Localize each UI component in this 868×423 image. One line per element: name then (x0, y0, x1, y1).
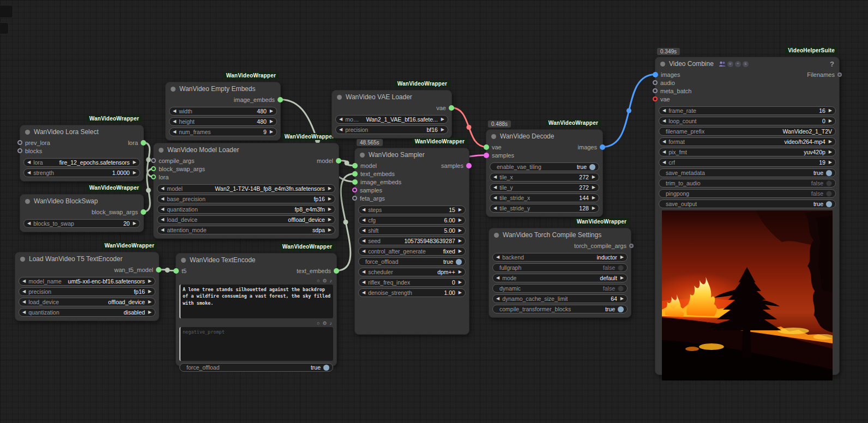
toggle-trim_to_audio[interactable]: trim_to_audiofalse (659, 179, 836, 188)
port-dot[interactable] (173, 268, 179, 274)
node-blockswap[interactable]: WanVideoWrapperWanVideo BlockSwapblock_s… (20, 194, 144, 232)
decrement-arrow[interactable]: ◀ (22, 310, 26, 315)
toggle-save_output[interactable]: save_outputtrue (659, 200, 836, 208)
help-icon[interactable]: ? (830, 60, 834, 68)
increment-arrow[interactable]: ▶ (592, 185, 595, 190)
widget-denoise_strength[interactable]: ◀denoise_strength1.00▶ (358, 288, 466, 297)
increment-arrow[interactable]: ▶ (829, 160, 832, 165)
output-port-Filenames[interactable]: Filenames (807, 70, 842, 78)
decrement-arrow[interactable]: ◀ (362, 291, 365, 295)
input-port-block_swap_args[interactable]: block_swap_args (151, 165, 339, 173)
input-port-prev_lora[interactable]: prev_lora (17, 138, 143, 147)
increment-arrow[interactable]: ▶ (133, 171, 136, 175)
increment-arrow[interactable]: ▶ (441, 128, 444, 132)
node-collapse-dot[interactable] (181, 258, 186, 263)
widget-height[interactable]: ◀height480▶ (169, 117, 277, 126)
node-title-bar[interactable]: WanVideo VAE Loader (332, 90, 451, 104)
port-dot[interactable] (151, 158, 156, 163)
widget-cfg[interactable]: ◀cfg6.00▶ (358, 216, 466, 225)
widget-load_device[interactable]: ◀load_deviceoffload_device▶ (157, 215, 335, 224)
node-canvas[interactable]: WanVideoWrapperWanVideo Lora Selectprev_… (0, 0, 868, 423)
increment-arrow[interactable]: ▶ (148, 310, 152, 315)
increment-arrow[interactable]: ▶ (829, 150, 832, 154)
gear-icon[interactable]: ⚙ (322, 279, 327, 283)
increment-arrow[interactable]: ▶ (328, 186, 331, 191)
decrement-arrow[interactable]: ◀ (362, 239, 365, 243)
increment-arrow[interactable]: ▶ (829, 119, 832, 123)
widget-strength[interactable]: ◀strength1.0000▶ (23, 168, 140, 177)
port-dot[interactable] (352, 196, 357, 201)
widget-shift[interactable]: ◀shift5.00▶ (358, 226, 466, 235)
widget-mode[interactable]: ◀modedefault▶ (492, 274, 628, 282)
node-title-bar[interactable]: WanVideo Model Loader (154, 143, 339, 156)
increment-arrow[interactable]: ▶ (829, 108, 832, 113)
widget-model_name[interactable]: ◀model_nameWan2_1_VAE_bf16.safete...▶ (335, 115, 448, 124)
widget-base_precision[interactable]: ◀base_precisionfp16▶ (157, 195, 335, 203)
node-vae-loader[interactable]: WanVideoWrapperWanVideo VAE Loadervae◀mo… (331, 90, 452, 138)
decrement-arrow[interactable]: ◀ (362, 228, 365, 233)
decrement-arrow[interactable]: ◀ (662, 140, 666, 144)
increment-arrow[interactable]: ▶ (328, 217, 331, 222)
output-port-block_swap_args[interactable]: block_swap_args (92, 208, 146, 216)
widget-backend[interactable]: ◀backendinductor▶ (492, 253, 628, 262)
positive-prompt-textarea[interactable]: A lone tree stands silhouetted against t… (179, 285, 333, 318)
node-video-combine[interactable]: VideoHelperSuite0.349sVideo Combine v+s?… (655, 57, 840, 375)
widget-tile_x[interactable]: ◀tile_x272▶ (490, 173, 599, 182)
decrement-arrow[interactable]: ◀ (339, 128, 342, 132)
node-title-bar[interactable]: WanVideo Lora Select (20, 125, 143, 138)
widget-model[interactable]: ◀modelWan2_1-T2V-14B_fp8_e4m3fn.safetens… (157, 184, 335, 193)
node-collapse-dot[interactable] (171, 87, 176, 92)
widget-width[interactable]: ◀width480▶ (169, 107, 277, 116)
widget-num_frames[interactable]: ◀num_frames9▶ (169, 128, 277, 136)
toggle-force_offload[interactable]: force_offloadtrue (358, 257, 466, 266)
increment-arrow[interactable]: ▶ (592, 175, 595, 179)
text-widget-filename_prefix[interactable]: filename_prefixWanVideo2_1_T2V (659, 127, 836, 136)
port-dot[interactable] (151, 174, 156, 179)
widget-lora[interactable]: ◀lorafire_12_epochs.safetensors▶ (23, 158, 140, 167)
increment-arrow[interactable]: ▶ (459, 249, 462, 253)
increment-arrow[interactable]: ▶ (592, 196, 595, 200)
increment-arrow[interactable]: ▶ (441, 117, 444, 122)
toggle-knob[interactable] (323, 365, 329, 371)
increment-arrow[interactable]: ▶ (459, 239, 462, 243)
toggle-knob[interactable] (826, 201, 832, 207)
port-dot[interactable] (334, 268, 339, 274)
toggle-compile_transformer_blocks[interactable]: compile_transformer_blockstrue (492, 305, 628, 313)
circle-icon[interactable]: ○ (317, 321, 320, 326)
decrement-arrow[interactable]: ◀ (362, 280, 365, 285)
decrement-arrow[interactable]: ◀ (662, 108, 666, 113)
widget-crf[interactable]: ◀crf19▶ (659, 158, 836, 167)
widget-control_after_generate[interactable]: ◀control_after_generatefixed▶ (358, 247, 466, 256)
decrement-arrow[interactable]: ◀ (362, 218, 365, 222)
widget-scheduler[interactable]: ◀schedulerdpm++▶ (358, 268, 466, 276)
decrement-arrow[interactable]: ◀ (496, 255, 499, 259)
increment-arrow[interactable]: ▶ (148, 289, 152, 294)
port-dot[interactable] (629, 244, 634, 248)
node-collapse-dot[interactable] (660, 62, 665, 67)
increment-arrow[interactable]: ▶ (459, 208, 462, 212)
toggle-knob[interactable] (826, 191, 832, 197)
port-dot[interactable] (653, 88, 658, 93)
widget-blocks_to_swap[interactable]: ◀blocks_to_swap20▶ (23, 219, 140, 228)
widget-quantization[interactable]: ◀quantizationfp8_e4m3fn▶ (157, 205, 335, 214)
port-dot[interactable] (336, 158, 341, 164)
decrement-arrow[interactable]: ◀ (493, 175, 497, 179)
increment-arrow[interactable]: ▶ (459, 228, 462, 233)
increment-arrow[interactable]: ▶ (328, 207, 331, 211)
decrement-arrow[interactable]: ◀ (27, 160, 31, 165)
decrement-arrow[interactable]: ◀ (362, 249, 365, 253)
decrement-arrow[interactable]: ◀ (161, 228, 164, 232)
input-port-lora[interactable]: lora (151, 173, 339, 181)
toggle-knob[interactable] (618, 306, 624, 312)
decrement-arrow[interactable]: ◀ (339, 117, 342, 122)
increment-arrow[interactable]: ▶ (328, 197, 331, 201)
widget-dynamo_cache_size_limit[interactable]: ◀dynamo_cache_size_limit64▶ (492, 294, 628, 303)
widget-riflex_freq_index[interactable]: ◀riflex_freq_index0▶ (358, 278, 466, 287)
decrement-arrow[interactable]: ◀ (496, 297, 499, 301)
widget-tile_y[interactable]: ◀tile_y272▶ (490, 183, 599, 192)
port-dot[interactable] (156, 267, 161, 273)
node-title-bar[interactable]: WanVideo Sampler (355, 148, 469, 161)
port-dot[interactable] (17, 140, 22, 145)
increment-arrow[interactable]: ▶ (459, 270, 462, 274)
increment-arrow[interactable]: ▶ (270, 119, 273, 124)
